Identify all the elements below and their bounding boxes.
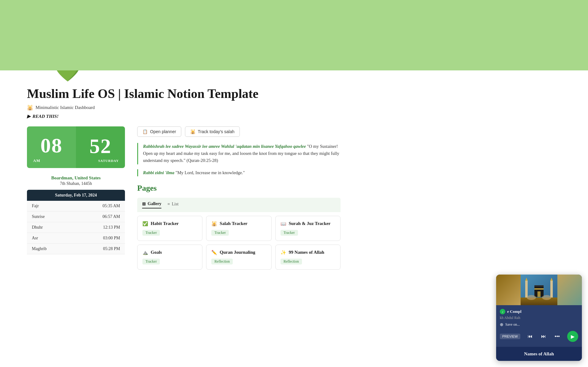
prayer-time: 03:00 PM [74, 233, 125, 244]
plus-icon: ⊕ [500, 322, 503, 327]
spotify-preview-button[interactable]: PREVIEW [500, 334, 520, 339]
page-card-icon: ✏️ [211, 250, 217, 255]
right-column: 📋 Open planner 🕌 Track today's salah Rab… [137, 126, 341, 270]
prayer-time: 06:57 AM [74, 212, 125, 222]
quote-2-translation: "My Lord, Increase me in knowledge." [174, 170, 245, 175]
list-icon: ≡ [168, 202, 170, 207]
prayer-date-header: Saturday, Feb 17, 2024 [27, 190, 125, 201]
page-card-tag: Tracker [211, 230, 229, 236]
svg-point-11 [542, 295, 551, 300]
page-card-name: 99 Names of Allah [289, 250, 324, 255]
quote-1-text: Rabbishrah lee sadree Wayassir lee amree… [143, 143, 341, 164]
quote-1-arabic: Rabbishrah lee sadree Wayassir lee amree… [143, 144, 306, 149]
page-card-name: Quran Journaling [220, 250, 255, 255]
spotify-controls[interactable]: PREVIEW ⏮ ⏭ ••• ▶ [500, 330, 578, 344]
salah-icon: 🕌 [190, 129, 195, 134]
kaaba-svg [521, 275, 557, 305]
prayer-time: 12:13 PM [74, 222, 125, 233]
page-title: Muslim Life OS | Islamic Notion Template [27, 86, 341, 101]
clock-widget: 08 AM 52 SATURDAY [27, 126, 125, 168]
spotify-artist-name: kh Abdul Rah [500, 316, 578, 320]
page-card-title: 🕌 Salah Tracker [211, 221, 266, 227]
pages-header: ⊞ Gallery ≡ List [137, 198, 341, 212]
svg-rect-6 [525, 281, 528, 298]
clock-minutes: 52 SATURDAY [76, 126, 125, 168]
quote-block-1: Rabbishrah lee sadree Wayassir lee amree… [137, 143, 341, 164]
prayer-time-row: Asr03:00 PM [27, 233, 125, 244]
planner-icon: 📋 [142, 129, 148, 134]
mosque-icon: 🕌 [27, 105, 33, 110]
hijri-date: 7th Shaban, 1445h [27, 181, 125, 186]
action-buttons: 📋 Open planner 🕌 Track today's salah [137, 126, 341, 137]
prayer-time-row: Sunrise06:57 AM [27, 212, 125, 222]
spotify-save-row: ⊕ Save on... [500, 322, 578, 327]
page-card[interactable]: ✏️ Quran Journaling Reflection [206, 245, 271, 270]
svg-rect-8 [550, 281, 553, 298]
clock-hours: 08 AM [27, 126, 76, 168]
clock-minutes-value: 52 [89, 136, 111, 156]
page-card-icon: ✨ [281, 250, 286, 255]
svg-rect-1 [521, 298, 557, 305]
left-column: 08 AM 52 SATURDAY Boardman, United State… [27, 126, 125, 270]
page-card-name: Habit Tracker [151, 221, 179, 226]
page-card-name: Goals [151, 250, 162, 255]
prayer-name: Asr [27, 233, 74, 244]
spotify-more-button[interactable]: ••• [553, 332, 561, 340]
prayer-time-row: Fajr05:35 AM [27, 201, 125, 212]
quote-2-arabic: Rabbi zidni 'ilma [143, 170, 174, 175]
page-card-icon: ✅ [142, 221, 148, 227]
prayer-time-row: Maghrib05:28 PM [27, 244, 125, 254]
location-widget: Boardman, United States 7th Shaban, 1445… [27, 175, 125, 186]
page-card-title: ✅ Habit Tracker [142, 221, 197, 227]
spotify-song-title: e Compl [507, 309, 522, 314]
page-card-title: ✨ 99 Names of Allah [281, 250, 335, 255]
page-card-icon: 📖 [281, 221, 286, 227]
gallery-icon: ⊞ [142, 201, 146, 207]
header-banner [0, 0, 588, 70]
pages-grid: ✅ Habit Tracker Tracker 🕌 Salah Tracker … [137, 216, 341, 270]
spotify-info: ♪ e Compl kh Abdul Rah ⊕ Save on... PREV… [496, 305, 582, 347]
page-card-icon: ⛰️ [142, 250, 148, 255]
triangle-icon: ▶ [27, 114, 31, 119]
page-card-name: Salah Tracker [220, 221, 247, 226]
open-planner-button[interactable]: 📋 Open planner [137, 126, 181, 137]
prayer-time: 05:28 PM [74, 244, 125, 254]
clock-hours-value: 08 [40, 135, 62, 156]
read-this-label: READ THIS! [32, 114, 58, 119]
page-card[interactable]: 🕌 Salah Tracker Tracker [206, 216, 271, 241]
location-city: Boardman, United States [27, 175, 125, 181]
page-card[interactable]: 📖 Surah & Juz Tracker Tracker [275, 216, 341, 241]
spotify-image [496, 275, 582, 305]
track-salah-button[interactable]: 🕌 Track today's salah [185, 126, 240, 137]
gallery-label: Gallery [148, 201, 161, 206]
clock-day: SATURDAY [98, 159, 119, 163]
prayer-times-table: Fajr05:35 AMSunrise06:57 AMDhuhr12:13 PM… [27, 201, 125, 254]
clock-ampm: AM [33, 158, 40, 163]
page-card[interactable]: ✨ 99 Names of Allah Reflection [275, 245, 341, 270]
prayer-name: Maghrib [27, 244, 74, 254]
page-card-title: 📖 Surah & Juz Tracker [281, 221, 335, 227]
pages-tabs: ⊞ Gallery ≡ List [142, 201, 336, 208]
spotify-play-button[interactable]: ▶ [567, 331, 578, 342]
tab-list[interactable]: ≡ List [168, 202, 179, 208]
spotify-next-button[interactable]: ⏭ [540, 332, 547, 340]
spotify-save-label: Save on... [505, 322, 520, 327]
quote-block-2: Rabbi zidni 'ilma "My Lord, Increase me … [137, 169, 341, 176]
spotify-prev-button[interactable]: ⏮ [526, 332, 534, 340]
page-card-tag: Tracker [281, 230, 298, 236]
prayer-name: Sunrise [27, 212, 74, 222]
prayer-name: Dhuhr [27, 222, 74, 233]
svg-point-10 [527, 295, 536, 300]
svg-rect-3 [534, 285, 544, 287]
svg-rect-4 [534, 288, 544, 290]
read-this-row[interactable]: ▶ READ THIS! [27, 114, 341, 119]
open-planner-label: Open planner [150, 129, 176, 134]
page-card[interactable]: ⛰️ Goals Tracker [137, 245, 202, 270]
subtitle-text: Minimalistic Islamic Dashboard [36, 105, 95, 110]
page-card[interactable]: ✅ Habit Tracker Tracker [137, 216, 202, 241]
track-salah-label: Track today's salah [198, 129, 235, 134]
names-of-allah-text: Names of Allah [524, 351, 554, 356]
tab-gallery[interactable]: ⊞ Gallery [142, 201, 161, 208]
page-card-tag: Tracker [142, 259, 160, 264]
names-of-allah-bar: Names of Allah [496, 347, 582, 361]
